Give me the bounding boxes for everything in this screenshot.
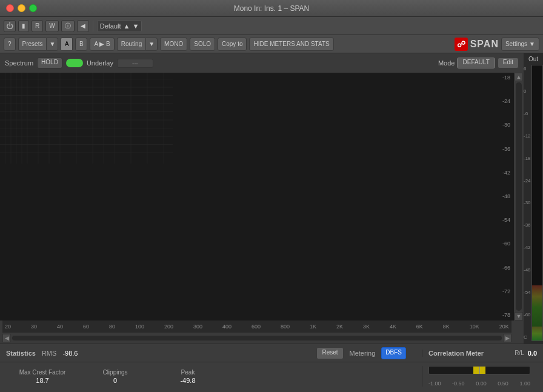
- minimize-button[interactable]: [18, 4, 25, 12]
- ab-copy-button[interactable]: A ▶ B: [90, 38, 114, 51]
- freq-400: 400: [222, 324, 232, 330]
- scroll-down-button[interactable]: ▼: [515, 312, 523, 321]
- db-label-30: -30: [497, 122, 513, 128]
- presets-button[interactable]: Presets: [18, 38, 47, 51]
- window-title: Mono In: Ins. 1 – SPAN: [234, 4, 310, 13]
- peak-label: Peak: [181, 369, 195, 376]
- control-bar-1: ⏻ ▮ R W ⓘ ◀ Default ▲ ▼: [0, 17, 543, 35]
- power-button[interactable]: ⏻: [4, 20, 16, 32]
- clippings-label: Clippings: [102, 369, 127, 376]
- write-button[interactable]: W: [45, 20, 58, 32]
- peak-value: -49.8: [180, 377, 195, 384]
- corr-axis-0: 0.00: [476, 380, 487, 387]
- corr-axis-neg50: -0.50: [452, 380, 465, 387]
- spectrum-header: Spectrum HOLD Underlay --- Mode DEFAULT …: [0, 53, 524, 73]
- freq-600: 600: [252, 324, 261, 330]
- solo-button[interactable]: SOLO: [190, 38, 215, 51]
- freq-20: 20: [5, 324, 11, 330]
- db-label-66: -66: [497, 265, 513, 271]
- channel-b-button[interactable]: B: [75, 38, 87, 51]
- stats-row1: Statistics RMS -98.6 Reset Metering DBFS…: [0, 344, 543, 362]
- corr-axis-50: 0.50: [498, 380, 508, 387]
- dropdown-arrow-up: ▲: [124, 22, 130, 30]
- freq-40: 40: [57, 324, 63, 330]
- edit-button[interactable]: Edit: [498, 58, 519, 68]
- correlation-axis: -1.00 -0.50 0.00 0.50 1.00: [428, 380, 530, 387]
- db-label-48: -48: [497, 194, 513, 199]
- out-scale-neg36: -36: [524, 222, 531, 228]
- peak-group: Peak -49.8: [152, 369, 224, 384]
- hold-button[interactable]: HOLD: [37, 58, 62, 68]
- clippings-group: Clippings 0: [79, 369, 152, 384]
- clippings-value: 0: [113, 377, 117, 384]
- green-toggle[interactable]: [66, 59, 83, 67]
- freq-80: 80: [109, 324, 115, 330]
- statistics-label: Statistics: [6, 350, 36, 357]
- channel-a-button[interactable]: A: [61, 38, 73, 51]
- presets-arrow[interactable]: ▼: [46, 38, 58, 51]
- out-scale-c: C: [524, 334, 531, 340]
- out-meter-gradient: [532, 285, 542, 341]
- correlation-header: Correlation Meter R/L 0.0: [422, 350, 537, 357]
- out-meter-bar: [531, 65, 543, 341]
- hide-meters-button[interactable]: HIDE METERS AND STATS: [249, 38, 333, 51]
- preset-dropdown[interactable]: Default ▲ ▼: [97, 20, 142, 32]
- horizontal-scrollbar: ◀ ▶: [2, 334, 511, 342]
- freq-100: 100: [135, 324, 144, 330]
- db-label-24: -24: [497, 99, 513, 104]
- scroll-track-vertical: [516, 82, 522, 311]
- reset-button[interactable]: Reset: [316, 347, 343, 359]
- correlation-center-line: [479, 367, 480, 374]
- out-meter: Out 6 0 -6 -12 -18 -24 -30 -36 -42 -48 -…: [524, 53, 543, 344]
- out-scale-neg48: -48: [524, 267, 531, 273]
- dropdown-arrow-down: ▼: [132, 22, 139, 30]
- out-scale-0: 0: [524, 88, 531, 94]
- close-button[interactable]: [6, 4, 14, 12]
- dbfs-button[interactable]: DBFS: [381, 347, 406, 359]
- logo-area: ☍ SPAN: [455, 38, 499, 51]
- max-crest-value: 18.7: [36, 377, 48, 384]
- spectrum-panel: Spectrum HOLD Underlay --- Mode DEFAULT …: [0, 53, 524, 344]
- out-scale-neg60: -60: [524, 312, 531, 317]
- spectrum-label: Spectrum: [5, 59, 33, 67]
- freq-4k: 4K: [390, 324, 396, 330]
- spectrum-canvas[interactable]: -18 -24 -30 -36 -42 -48 -54 -60 -66 -72 …: [0, 73, 514, 321]
- settings-button[interactable]: Settings ▼: [501, 38, 539, 51]
- settings-arrow: ▼: [529, 41, 535, 47]
- out-label: Out: [528, 56, 538, 62]
- mode-section: Mode DEFAULT Edit: [438, 58, 519, 68]
- read-button[interactable]: R: [32, 20, 43, 32]
- help-button[interactable]: ?: [4, 38, 16, 51]
- out-scale-6: 6: [524, 66, 531, 71]
- correlation-meter-label: Correlation Meter: [428, 350, 484, 357]
- freq-30: 30: [31, 324, 37, 330]
- routing-arrow[interactable]: ▼: [145, 38, 158, 51]
- record-button[interactable]: ▮: [18, 20, 29, 32]
- mono-button[interactable]: MONO: [160, 38, 187, 51]
- info-button[interactable]: ⓘ: [61, 20, 75, 32]
- scroll-right-button[interactable]: ▶: [503, 334, 511, 342]
- db-label-36: -36: [497, 147, 513, 152]
- routing-button[interactable]: Routing: [117, 38, 145, 51]
- rms-label: RMS: [42, 350, 56, 357]
- out-scale-neg24: -24: [524, 178, 531, 184]
- scroll-left-button[interactable]: ◀: [2, 334, 11, 342]
- spectrum-main-row: -18 -24 -30 -36 -42 -48 -54 -60 -66 -72 …: [0, 73, 524, 321]
- back-button[interactable]: ◀: [77, 20, 89, 32]
- db-label-60: -60: [497, 241, 513, 247]
- underlay-display[interactable]: ---: [117, 59, 153, 68]
- freq-8k: 8K: [443, 324, 450, 330]
- out-scale-neg54: -54: [524, 290, 531, 295]
- maximize-button[interactable]: [29, 4, 37, 12]
- out-scale-neg30: -30: [524, 200, 531, 205]
- control-bar-2: ? Presets ▼ A B A ▶ B Routing ▼ MONO SOL…: [0, 35, 543, 53]
- vertical-scrollbar[interactable]: ▲ ▼: [514, 73, 524, 321]
- copy-to-button[interactable]: Copy to: [218, 38, 247, 51]
- corr-axis-100: 1.00: [519, 380, 530, 387]
- out-scale-neg6: -6: [524, 111, 531, 116]
- mode-default-button[interactable]: DEFAULT: [457, 58, 495, 68]
- correlation-meter-area: -1.00 -0.50 0.00 0.50 1.00: [422, 366, 537, 387]
- db-label-78: -78: [497, 313, 513, 318]
- db-label-54: -54: [497, 218, 513, 223]
- scroll-up-button[interactable]: ▲: [515, 73, 523, 81]
